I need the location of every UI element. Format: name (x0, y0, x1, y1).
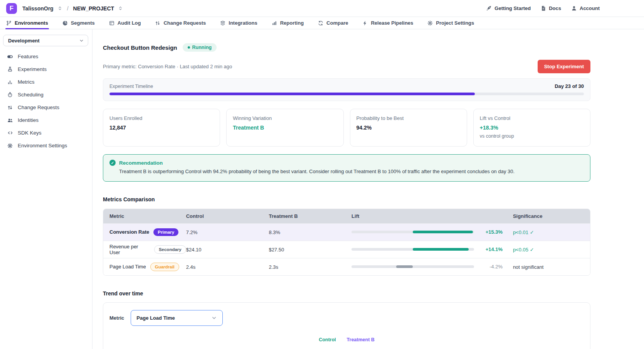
project-switcher-icon[interactable] (118, 6, 123, 11)
sidebar-item-label: Experiments (18, 66, 47, 72)
tab-segments-label: Segments (71, 20, 95, 26)
experiment-title: Checkout Button Redesign (103, 44, 177, 51)
lift-bar-track (351, 265, 474, 268)
sidebar-item-experiments[interactable]: Experiments (3, 63, 88, 76)
account-link[interactable]: Account (571, 5, 600, 11)
bar-chart-icon (272, 20, 277, 26)
environment-selector[interactable]: Development (3, 35, 88, 46)
stop-experiment-button[interactable]: Stop Experiment (538, 60, 590, 73)
stat-label: Users Enrolled (109, 115, 214, 121)
tab-change-requests[interactable]: Change Requests (155, 17, 206, 29)
tab-release-pipelines[interactable]: Release Pipelines (362, 17, 413, 29)
tab-project-settings-label: Project Settings (436, 20, 474, 26)
significance-value: p<0.05 ✓ (513, 247, 534, 253)
check-circle-icon: ✓ (109, 160, 116, 166)
lift-value: +14.1% (474, 246, 503, 252)
app-logo-icon[interactable]: F (6, 3, 17, 14)
org-switcher-icon[interactable] (57, 6, 62, 11)
top-bar-links: Getting Started Docs Account (486, 5, 600, 11)
top-bar: F TalissonOrg / NEW_PROJECT Getting Star… (0, 0, 644, 17)
column-header-control: Control (186, 213, 269, 219)
gear-icon (7, 143, 13, 148)
tab-reporting-label: Reporting (280, 20, 304, 26)
tab-environments[interactable]: Environments (6, 17, 48, 29)
table-row-page-load-time[interactable]: Page Load Time Guardrail 2.4s 2.3s -4.2%… (103, 258, 590, 275)
trend-over-time-heading: Trend over time (103, 290, 590, 297)
metrics-comparison-heading: Metrics Comparison (103, 196, 590, 202)
sidebar-item-environment-settings[interactable]: Environment Settings (3, 139, 88, 152)
column-header-lift: Lift (351, 213, 512, 219)
metric-badge-primary: Primary (153, 228, 178, 236)
tab-integrations[interactable]: Integrations (220, 17, 257, 29)
sidebar-item-scheduling[interactable]: Scheduling (3, 88, 88, 101)
project-name[interactable]: NEW_PROJECT (73, 5, 114, 12)
lift-bar-track (351, 231, 474, 233)
chart-legend: Control Treatment B (109, 337, 584, 342)
lightning-icon (362, 20, 368, 26)
tab-release-pipelines-label: Release Pipelines (371, 20, 413, 26)
sidebar-item-metrics[interactable]: Metrics (3, 76, 88, 88)
lift-bar-track (351, 248, 474, 251)
tab-compare[interactable]: Compare (318, 17, 348, 29)
timeline-progress-track (109, 93, 584, 95)
lift-value: +15.3% (474, 229, 503, 235)
trend-chart-card: Metric Page Load Time Control Treatment … (103, 302, 590, 349)
table-row-conversion-rate[interactable]: Conversion Rate Primary 7.2% 8.3% +15.3%… (103, 223, 590, 241)
sidebar-item-label: Features (18, 54, 38, 59)
legend-item-control[interactable]: Control (319, 337, 336, 342)
flask-icon (7, 66, 13, 72)
tab-segments[interactable]: Segments (62, 17, 95, 29)
sidebar-menu: Features Experiments Metrics (3, 50, 88, 152)
column-header-metric: Metric (103, 213, 186, 219)
tab-project-settings[interactable]: Project Settings (427, 17, 474, 29)
project-tab-bar: Environments Segments Audit Log Change R… (0, 17, 644, 29)
sidebar-item-label: Identities (18, 117, 39, 123)
sidebar-item-features[interactable]: Features (3, 50, 88, 63)
gear-icon (427, 20, 433, 26)
metric-name: Page Load Time (109, 264, 146, 270)
org-name[interactable]: TalissonOrg (22, 5, 54, 12)
sidebar-item-label: Scheduling (18, 92, 44, 98)
sidebar-item-change-requests[interactable]: Change Requests (3, 101, 88, 114)
chevron-down-icon (79, 38, 84, 43)
status-dot-icon (188, 46, 190, 49)
table-row-revenue-per-user[interactable]: Revenue per User Secondary $24.10 $27.50… (103, 241, 590, 258)
treatment-value: 8.3% (269, 229, 280, 235)
treatment-value: $27.50 (269, 247, 284, 253)
getting-started-link[interactable]: Getting Started (486, 5, 531, 11)
experiment-subtitle: Primary metric: Conversion Rate · Last u… (103, 64, 232, 69)
getting-started-label: Getting Started (494, 5, 531, 11)
branch-icon (6, 20, 12, 26)
timeline-label: Experiment Timeline (109, 84, 153, 89)
sidebar-item-label: Metrics (18, 79, 35, 85)
breadcrumb-separator: / (67, 5, 69, 12)
legend-item-treatment-b[interactable]: Treatment B (347, 337, 375, 342)
recommendation-body: Treatment B is outperforming Control wit… (119, 168, 584, 175)
sidebar-item-label: SDK Keys (18, 130, 42, 136)
column-header-treatment-b: Treatment B (269, 213, 351, 219)
document-icon (541, 5, 546, 11)
breadcrumb: F TalissonOrg / NEW_PROJECT (6, 3, 123, 14)
tab-audit-log[interactable]: Audit Log (109, 17, 141, 29)
tab-integrations-label: Integrations (229, 20, 257, 26)
app-window: F TalissonOrg / NEW_PROJECT Getting Star… (0, 0, 644, 349)
tab-reporting[interactable]: Reporting (272, 17, 304, 29)
users-icon (7, 118, 13, 123)
pull-request-icon (7, 105, 13, 110)
metric-badge-guardrail: Guardrail (150, 263, 179, 271)
control-value: 7.2% (186, 229, 198, 235)
treatment-value: 2.3s (269, 264, 278, 270)
table-header-row: Metric Control Treatment B Lift Signific… (103, 209, 590, 223)
metric-select-dropdown[interactable]: Page Load Time (131, 310, 223, 326)
docs-link[interactable]: Docs (541, 5, 561, 11)
stat-card-probability-best: Probability to be Best 94.2% (350, 109, 467, 147)
tab-change-requests-label: Change Requests (163, 20, 206, 26)
sidebar-item-identities[interactable]: Identities (3, 114, 88, 126)
metric-badge-secondary: Secondary (154, 245, 186, 254)
sidebar-item-sdk-keys[interactable]: SDK Keys (3, 126, 88, 139)
metric-name: Conversion Rate (109, 229, 149, 235)
layers-icon (220, 20, 225, 26)
timeline-day-counter: Day 23 of 30 (555, 83, 584, 89)
recommendation-banner: ✓ Recommendation Treatment B is outperfo… (103, 154, 590, 182)
metrics-comparison-table: Metric Control Treatment B Lift Signific… (103, 209, 590, 276)
